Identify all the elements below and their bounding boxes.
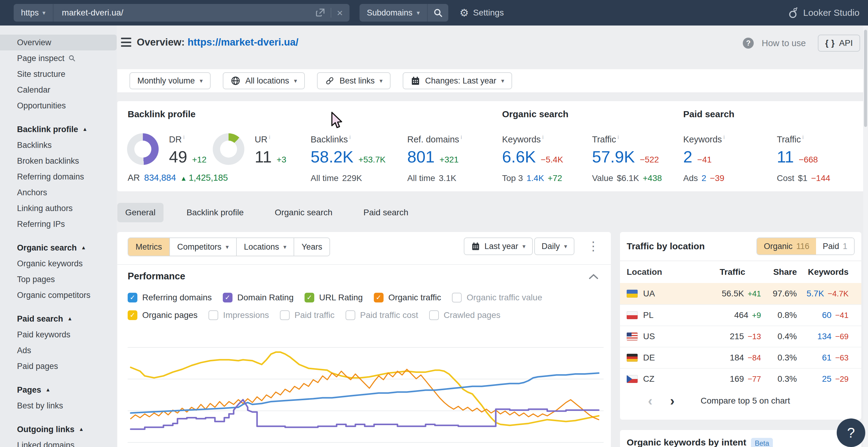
settings-button[interactable]: ⚙ Settings bbox=[460, 0, 504, 26]
intent-title: Organic keywords by intent bbox=[627, 437, 746, 447]
sidebar-item-linking-authors[interactable]: Linking authors bbox=[0, 200, 117, 216]
performance-chart bbox=[128, 347, 603, 442]
sidebar-item-site-structure[interactable]: Site structure bbox=[0, 66, 117, 82]
keywords-value[interactable]: 60 bbox=[822, 310, 832, 320]
api-button[interactable]: { } API bbox=[818, 35, 860, 51]
sidebar-item-broken-backlinks[interactable]: Broken backlinks bbox=[0, 153, 117, 169]
location-row-cz[interactable]: CZ169−770.3%25−29 bbox=[620, 368, 861, 389]
backlinks-value[interactable]: 58.2K bbox=[311, 147, 353, 166]
clear-url-icon[interactable]: × bbox=[337, 8, 343, 18]
share-value: 0.4% bbox=[761, 332, 797, 341]
external-link-icon[interactable] bbox=[315, 8, 325, 18]
organic-traffic-value[interactable]: 57.9K bbox=[592, 147, 635, 166]
scope-dropdown[interactable]: Subdomains ▾ bbox=[360, 8, 427, 18]
sidebar-item-best-by-links[interactable]: Best by links bbox=[0, 398, 117, 414]
protocol-dropdown[interactable]: https ▾ bbox=[14, 4, 54, 22]
sidebar-section-backlink-profile[interactable]: Backlink profile▲ bbox=[0, 122, 117, 137]
compare-top5-link[interactable]: Compare top 5 on chart bbox=[701, 396, 790, 406]
prev-page-arrow[interactable]: ‹ bbox=[648, 394, 653, 408]
date-range-label: Last year bbox=[485, 242, 518, 251]
sidebar-section-outgoing-links[interactable]: Outgoing links▲ bbox=[0, 421, 117, 437]
sidebar-item-paid-keywords[interactable]: Paid keywords bbox=[0, 327, 117, 343]
filter-best-links[interactable]: Best links▾ bbox=[317, 72, 391, 89]
sidebar-item-calendar[interactable]: Calendar bbox=[0, 82, 117, 98]
paid-traffic-value[interactable]: 11 bbox=[777, 147, 794, 166]
sidebar-item-referring-ips[interactable]: Referring IPs bbox=[0, 216, 117, 232]
sidebar-item-label: Top pages bbox=[17, 275, 55, 284]
keywords-value[interactable]: 134 bbox=[817, 332, 832, 341]
sidebar-item-anchors[interactable]: Anchors bbox=[0, 185, 117, 200]
sidebar-section-organic-search[interactable]: Organic search▲ bbox=[0, 240, 117, 256]
tab-backlink-profile[interactable]: Backlink profile bbox=[179, 203, 252, 222]
help-fab-button[interactable]: ? bbox=[837, 418, 865, 447]
gear-icon: ⚙ bbox=[460, 7, 469, 19]
checkbox-organic-pages[interactable]: ✓Organic pages bbox=[128, 310, 197, 320]
sidebar-section-paid-search[interactable]: Paid search▲ bbox=[0, 311, 117, 327]
target-url-input[interactable]: market-dveri.ua/ bbox=[54, 8, 316, 18]
checkbox-impressions[interactable]: Impressions bbox=[209, 310, 269, 320]
sidebar-item-label: Referring IPs bbox=[17, 219, 65, 229]
menu-hamburger-icon[interactable] bbox=[121, 38, 131, 47]
sidebar-item-label: Backlinks bbox=[17, 141, 52, 150]
keywords-value[interactable]: 61 bbox=[822, 353, 832, 363]
location-row-us[interactable]: US215−130.4%134−69 bbox=[620, 325, 861, 347]
segment-years[interactable]: Years bbox=[293, 238, 330, 256]
sidebar-item-opportunities[interactable]: Opportunities bbox=[0, 98, 117, 113]
organic-keywords-value[interactable]: 6.6K bbox=[502, 147, 536, 166]
segment-metrics[interactable]: Metrics bbox=[128, 238, 169, 256]
filter-all-locations[interactable]: All locations▾ bbox=[223, 72, 305, 89]
checkbox-paid-traffic[interactable]: Paid traffic bbox=[280, 310, 335, 320]
checkbox-paid-traffic-cost[interactable]: Paid traffic cost bbox=[346, 310, 418, 320]
toggle-paid[interactable]: Paid 1 bbox=[816, 238, 854, 254]
checkbox-organic-traffic[interactable]: ✓Organic traffic bbox=[374, 293, 441, 303]
sidebar-section-pages[interactable]: Pages▲ bbox=[0, 382, 117, 398]
target-domain-link[interactable]: https://market-dveri.ua/ bbox=[188, 36, 299, 48]
search-button[interactable] bbox=[427, 4, 448, 22]
toggle-organic[interactable]: Organic 116 bbox=[757, 238, 816, 254]
ahrefs-rank-value[interactable]: 834,884 bbox=[144, 173, 176, 183]
how-to-use-link[interactable]: How to use bbox=[762, 38, 806, 48]
tab-organic-search[interactable]: Organic search bbox=[267, 203, 340, 222]
page-scrollbar[interactable] bbox=[863, 26, 868, 447]
checkbox-crawled-pages[interactable]: Crawled pages bbox=[429, 310, 501, 320]
sidebar-item-organic-keywords[interactable]: Organic keywords bbox=[0, 256, 117, 272]
checkbox-domain-rating[interactable]: ✓Domain Rating bbox=[223, 293, 293, 303]
segment-competitors[interactable]: Competitors▾ bbox=[169, 238, 236, 256]
sidebar-item-referring-domains[interactable]: Referring domains bbox=[0, 169, 117, 185]
sidebar-item-organic-competitors[interactable]: Organic competitors bbox=[0, 287, 117, 303]
filter-changes-last-year[interactable]: Changes: Last year▾ bbox=[403, 72, 512, 89]
checkbox-referring-domains[interactable]: ✓Referring domains bbox=[128, 293, 212, 303]
tab-general[interactable]: General bbox=[117, 203, 163, 222]
segment-locations[interactable]: Locations▾ bbox=[236, 238, 294, 256]
more-options-kebab-icon[interactable]: ⋮ bbox=[587, 239, 599, 253]
settings-label: Settings bbox=[473, 8, 504, 18]
granularity-button[interactable]: Daily ▾ bbox=[534, 238, 575, 255]
location-row-pl[interactable]: PL464+90.8%60−41 bbox=[620, 304, 861, 325]
ref-domains-value[interactable]: 801 bbox=[407, 147, 435, 166]
location-row-ua[interactable]: UA56.5K+4197.6%5.7K−4.7K bbox=[620, 283, 861, 304]
keywords-value[interactable]: 5.7K bbox=[807, 289, 824, 299]
next-page-arrow[interactable]: › bbox=[670, 394, 675, 408]
sidebar-item-linked-domains[interactable]: Linked domains bbox=[0, 437, 117, 447]
sidebar-item-overview[interactable]: Overview bbox=[0, 35, 117, 50]
sidebar-item-ads[interactable]: Ads bbox=[0, 343, 117, 358]
sidebar-item-top-pages[interactable]: Top pages bbox=[0, 272, 117, 287]
checkbox-organic-traffic-value[interactable]: Organic traffic value bbox=[452, 293, 542, 303]
sidebar-item-backlinks[interactable]: Backlinks bbox=[0, 137, 117, 153]
date-range-button[interactable]: Last year ▾ bbox=[464, 238, 533, 255]
tab-paid-search[interactable]: Paid search bbox=[355, 203, 416, 222]
collapse-chevron-up-icon[interactable] bbox=[588, 273, 599, 280]
checkbox-url-rating[interactable]: ✓URL Rating bbox=[305, 293, 363, 303]
keywords-value[interactable]: 25 bbox=[822, 374, 832, 384]
scrollbar-thumb[interactable] bbox=[864, 30, 867, 127]
sidebar-item-page-inspect[interactable]: Page inspect bbox=[0, 50, 117, 66]
triangle-up-icon: ▲ bbox=[180, 175, 187, 182]
organic-traffic-metric: Traffici 57.9K−522 Value$6.1K+438 bbox=[592, 134, 662, 183]
filter-monthly-volume[interactable]: Monthly volume▾ bbox=[129, 72, 211, 89]
checked-checkbox-icon: ✓ bbox=[374, 293, 383, 303]
location-row-de[interactable]: DE184−840.3%61−63 bbox=[620, 347, 861, 368]
looker-studio-link[interactable]: Looker Studio bbox=[788, 0, 860, 26]
sidebar-item-paid-pages[interactable]: Paid pages bbox=[0, 358, 117, 374]
share-value: 97.6% bbox=[761, 289, 797, 299]
paid-keywords-value[interactable]: 2 bbox=[683, 147, 692, 166]
